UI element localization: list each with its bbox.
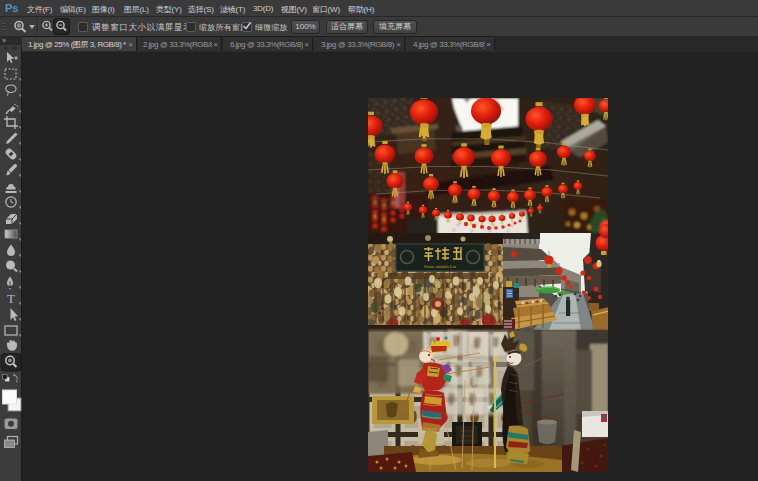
svg-text:Straw sandals Liu: Straw sandals Liu (424, 264, 457, 269)
svg-text:T: T (7, 291, 15, 306)
